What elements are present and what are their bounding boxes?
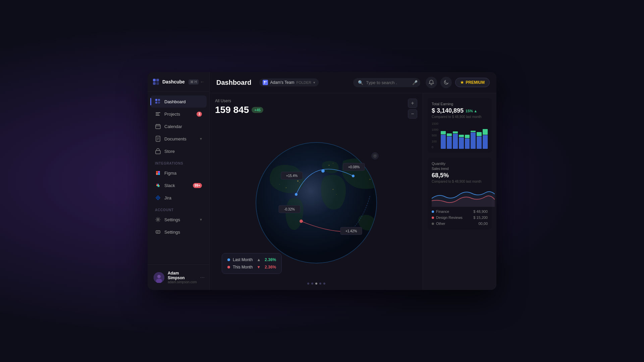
globe-header: All Users 159 845 +45 + − (215, 99, 417, 119)
bar-3-blue (453, 134, 458, 149)
sidebar-item-store[interactable]: Store (150, 145, 207, 157)
svg-rect-2 (153, 82, 156, 85)
svg-point-71 (374, 155, 375, 156)
globe-stats: All Users 159 845 +45 (215, 99, 263, 115)
mic-icon[interactable]: 🎤 (412, 80, 418, 85)
svg-rect-11 (156, 125, 160, 129)
settings2-icon (155, 229, 161, 235)
sidebar-item-figma[interactable]: Figma (150, 167, 207, 179)
breadcrumb[interactable]: Adam's Team FOLDER ▾ (259, 78, 319, 86)
settings1-icon (155, 217, 161, 223)
calendar-icon (155, 123, 161, 129)
other-value: 00,00 (478, 222, 488, 226)
legend-this-month: This Month ▼ 2.36% (227, 265, 276, 269)
bar-4-green (459, 135, 464, 137)
bar-8-green (483, 129, 488, 135)
projects-label: Projects (164, 112, 193, 117)
moon-icon (443, 80, 449, 85)
svg-rect-0 (153, 79, 156, 81)
dot-1[interactable] (307, 283, 309, 285)
figma-label: Figma (164, 171, 202, 176)
main-content: Dashboard Adam's Team FOLDER ▾ 🔍 🎤 (210, 72, 496, 290)
breadcrumb-team-name: Adam's Team (270, 80, 294, 85)
chart-label-1000: 1000 (432, 128, 438, 131)
total-earning-card: Total Earning $ 3,140,895 15% ▲ Compared… (428, 98, 492, 153)
premium-label: PREMIUM (466, 80, 485, 85)
back-icon[interactable]: ← (200, 79, 205, 84)
globe-title: All Users (215, 99, 263, 103)
bar-2 (447, 124, 452, 149)
svg-rect-10 (156, 115, 160, 116)
sidebar-item-dashboard[interactable]: Dashboard (150, 96, 207, 108)
search-input[interactable] (366, 80, 410, 85)
bar-1-green (441, 131, 446, 135)
theme-toggle-button[interactable] (440, 77, 452, 88)
user-row[interactable]: Adam Simpson adam.simpson.com ··· (152, 269, 205, 286)
svg-text:-0.32%: -0.32% (284, 207, 295, 211)
svg-rect-9 (156, 114, 159, 114)
quantity-subtitle: Sales trend (432, 167, 488, 171)
bar-3 (453, 124, 458, 149)
total-earning-title: Total Earning (432, 102, 488, 106)
total-earning-value: $ 3,140,895 15% ▲ (432, 107, 488, 114)
notifications-button[interactable] (426, 77, 437, 88)
svg-text:+15.4%: +15.4% (286, 174, 297, 178)
svg-rect-22 (158, 171, 160, 173)
sidebar-header: Dashcube ⌘ H ← (148, 72, 209, 92)
sidebar-item-projects[interactable]: Projects 3 (150, 108, 207, 120)
sidebar-item-settings1[interactable]: Settings ▾ (150, 214, 207, 226)
legend-last-month: Last Month ▲ 2.36% (227, 257, 276, 262)
svg-rect-36 (264, 81, 265, 82)
dot-3[interactable] (315, 283, 317, 285)
app-frame: Dashcube ⌘ H ← Dashboard (148, 72, 496, 290)
user-more-icon[interactable]: ··· (200, 275, 205, 281)
bar-2-blue (447, 136, 452, 149)
chart-label-100: 100 (432, 140, 438, 143)
svg-point-56 (295, 193, 298, 196)
documents-chevron-icon: ▾ (200, 136, 202, 141)
user-info: Adam Simpson adam.simpson.com (168, 271, 197, 284)
sidebar-item-documents[interactable]: Documents ▾ (150, 133, 207, 145)
dot-2[interactable] (311, 283, 313, 285)
zoom-out-button[interactable]: − (408, 109, 417, 119)
total-earning-badge: 15% ▲ (466, 109, 477, 113)
calendar-label: Calendar (164, 124, 202, 129)
chart-label-0: 0 (432, 145, 438, 149)
bar-4-blue (459, 137, 464, 149)
topbar-actions: ★ PREMIUM (426, 77, 490, 88)
settings2-label: Settings (164, 230, 202, 235)
design-reviews-value: $ 15,200 (473, 216, 488, 220)
topbar: Dashboard Adam's Team FOLDER ▾ 🔍 🎤 (210, 72, 496, 93)
bell-icon (428, 79, 434, 85)
quantity-line-chart (432, 187, 488, 207)
svg-rect-1 (156, 79, 159, 81)
user-avatar (154, 272, 164, 283)
svg-rect-19 (156, 150, 160, 154)
svg-point-57 (321, 169, 325, 173)
premium-button[interactable]: ★ PREMIUM (455, 78, 490, 87)
earning-bar-chart: 1500 1000 500 100 0 (432, 122, 488, 149)
sidebar-header-actions: ⌘ H ← (189, 79, 205, 84)
sidebar-item-settings2[interactable]: Settings (150, 226, 207, 238)
legend-last-month-dot (227, 258, 230, 261)
legend-this-month-value: 2.36% (265, 265, 276, 269)
finance-label-row: Finance (432, 209, 449, 214)
slack-label: Slack (164, 183, 190, 188)
dot-4[interactable] (319, 283, 321, 285)
sidebar-item-calendar[interactable]: Calendar (150, 120, 207, 132)
dot-5[interactable] (323, 283, 325, 285)
user-email: adam.simpson.com (168, 280, 197, 284)
svg-rect-37 (266, 81, 267, 82)
sidebar-item-jira[interactable]: Jira (150, 192, 207, 204)
bar-3-green (453, 131, 458, 133)
zoom-in-button[interactable]: + (408, 99, 417, 108)
keyboard-shortcut: ⌘ H (189, 79, 199, 84)
bar-chart-bars (441, 122, 488, 149)
svg-point-27 (158, 186, 160, 187)
svg-point-51 (373, 176, 374, 176)
svg-rect-8 (156, 112, 160, 113)
sidebar-item-slack[interactable]: Slack 99+ (150, 179, 207, 191)
bar-8 (483, 124, 488, 149)
sidebar-nav: Dashboard Projects 3 (148, 92, 209, 264)
globe-container: +15.4% +0.08% -0.32% +1.42% (215, 121, 417, 281)
